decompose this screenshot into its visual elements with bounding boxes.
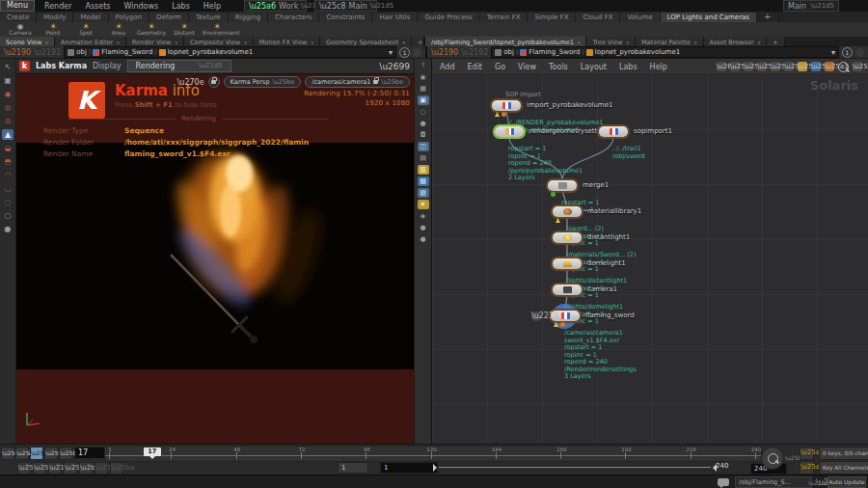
pin-icon[interactable] xyxy=(413,48,421,57)
breadcrumb[interactable]: obj〉Flaming_Sword〉lopnet_pyrobakevolume1… xyxy=(491,46,839,58)
dependency-icon[interactable]: \u25a7 xyxy=(784,62,794,71)
persp-icon[interactable]: ◈ xyxy=(418,211,429,221)
shelf-tab-simple-fx[interactable]: Simple FX xyxy=(528,13,576,22)
node-import_pyrobakevolume1[interactable]: SOP Importimport_pyrobakevolume1../../RE… xyxy=(492,100,521,111)
headlight-icon[interactable]: ○ xyxy=(418,107,429,117)
node-rendergeometrysettings1[interactable]: rendergeometrysettings1ropstart = 1ropin… xyxy=(495,126,524,137)
pane-tab-material-palette[interactable]: Material Palette▾ xyxy=(636,37,704,46)
snapshot-icon[interactable]: ▤ xyxy=(418,153,429,163)
background-icon[interactable]: ▨ xyxy=(418,188,429,198)
shelf-tool-area-light[interactable]: ☀Area Light xyxy=(104,22,133,37)
overview-map-icon[interactable]: \u25eb xyxy=(853,62,862,71)
history-badge[interactable]: 1 xyxy=(399,47,410,58)
node-body[interactable] xyxy=(553,285,582,295)
breadcrumb-item-obj[interactable]: obj xyxy=(68,48,87,56)
chevron-down-icon[interactable]: ▾ xyxy=(578,40,581,45)
snapshot-dot-icon[interactable] xyxy=(855,48,864,57)
range-start-field[interactable]: 1 xyxy=(380,462,438,474)
breadcrumb-item-lopnet_pyrobakevolume1[interactable]: lopnet_pyrobakevolume1 xyxy=(586,48,680,56)
key-all-channels-dropdown[interactable]: Key All Channels xyxy=(819,461,868,474)
current-path-field[interactable]: /obj/Flaming_S... xyxy=(735,476,812,488)
network-menu-go[interactable]: Go xyxy=(493,63,507,71)
edit-camera-icon[interactable]: \u270e xyxy=(177,78,204,87)
pane-tab-asset-browser[interactable]: Asset Browser▾ xyxy=(704,37,768,46)
shelf-tool-point-light[interactable]: ☀Point Light xyxy=(39,22,68,37)
playback-range-slider[interactable] xyxy=(439,467,711,468)
node-body[interactable] xyxy=(495,126,524,137)
snap-point-icon[interactable]: ◓ xyxy=(2,156,14,167)
menu-button[interactable]: Menu xyxy=(0,0,35,12)
quickplane-icon[interactable]: ● xyxy=(2,224,14,234)
back-icon[interactable]: \u2190 xyxy=(431,48,458,57)
shadows-icon[interactable]: ◘ xyxy=(418,130,429,140)
record-icon[interactable]: \u25ce xyxy=(64,462,77,474)
help-icon[interactable]: ? xyxy=(418,61,429,70)
view-selector-pill[interactable]: Karma Persp \u25be xyxy=(224,76,302,88)
network-menu-add[interactable]: Add xyxy=(438,63,457,71)
breadcrumb-item-lopnet_pyrobakevolume1[interactable]: lopnet_pyrobakevolume1 xyxy=(159,48,253,56)
node-body[interactable] xyxy=(553,232,582,243)
rotate-handle-icon[interactable]: ◎ xyxy=(2,102,14,113)
sticky-note-icon[interactable]: \u25a5 xyxy=(798,62,807,71)
key-options-icon[interactable]: \u25a5 xyxy=(800,461,814,474)
add-pane-tab-button[interactable]: + xyxy=(767,37,784,46)
pane-tab--obj-flaming-sword-lopnet-pyrobakevolume1[interactable]: /obj/Flaming_Sword/lopnet_pyrobakevolume… xyxy=(425,37,586,46)
breadcrumb-item-flaming_sword[interactable]: Flaming_Sword xyxy=(93,48,152,56)
node-distantlight1[interactable]: distantlight1/materials/Sword... (2)rops… xyxy=(553,232,582,243)
playhead-frame-flag[interactable]: 17 xyxy=(144,447,161,456)
node-body[interactable] xyxy=(548,180,577,191)
shelf-tab-polygon[interactable]: Polygon xyxy=(109,13,150,22)
shelf-tab-lop-lights-and-cameras[interactable]: LOP Lights and Cameras xyxy=(661,13,757,22)
wrench-icon[interactable]: \u2692 xyxy=(717,62,726,71)
lock-camera-icon[interactable]: ▣ xyxy=(418,95,429,105)
chevron-down-icon[interactable]: ▾ xyxy=(626,40,629,45)
go-start-button[interactable]: \u258e\u25c0 xyxy=(1,447,14,460)
collapse-icon[interactable]: \u2212 xyxy=(531,312,541,321)
network-menu-view[interactable]: View xyxy=(516,63,538,71)
realtime-toggle-icon[interactable]: \u25d4 xyxy=(33,462,46,474)
next-key-icon[interactable]: \u25ba xyxy=(110,462,123,474)
chevron-down-icon[interactable]: ▾ xyxy=(831,48,835,57)
lop-lights-icon[interactable]: ☀ xyxy=(418,200,429,209)
forward-icon[interactable]: \u2192 xyxy=(461,48,488,57)
network-menu-layout[interactable]: Layout xyxy=(579,63,609,71)
copy-keys-icon[interactable]: \u25a4 xyxy=(17,462,31,474)
chevron-down-icon[interactable]: ▾ xyxy=(175,40,177,45)
chevron-down-icon[interactable]: ▾ xyxy=(402,40,405,45)
network-canvas[interactable]: Solaris SOP Importimport_pyrobakevolume1… xyxy=(432,74,868,444)
menu-item-labs[interactable]: Labs xyxy=(170,2,192,11)
node-body[interactable] xyxy=(599,126,628,137)
select-tool-icon[interactable]: ↖ xyxy=(2,62,14,72)
network-menu-tools[interactable]: Tools xyxy=(547,63,570,71)
pane-tab-motion-fx-view[interactable]: Motion FX View▾ xyxy=(254,37,320,46)
scene-viewport[interactable]: k Labs Karma Display Rendering \u21d5 \u… xyxy=(16,59,414,444)
snap-grid-icon[interactable]: ◒ xyxy=(2,143,14,153)
message-bubble-icon[interactable] xyxy=(718,478,729,486)
breadcrumb[interactable]: obj〉Flaming_Sword〉lopnet_pyrobakevolume1… xyxy=(64,46,396,58)
gear-icon[interactable]: \u2699 xyxy=(379,62,410,71)
chevron-down-icon[interactable]: ▾ xyxy=(758,40,761,45)
list-view-icon[interactable]: \u25a4 xyxy=(771,62,780,71)
search-icon[interactable] xyxy=(838,62,849,72)
pane-tab-scene-view[interactable]: Scene View▾ xyxy=(0,37,55,46)
node-materiallibrary1[interactable]: materiallibrary1/sword... (2)ropstart = … xyxy=(553,206,582,217)
shelf-tab-hair-utils[interactable]: Hair Utils xyxy=(372,13,418,22)
menu-item-assets[interactable]: Assets xyxy=(83,2,112,11)
node-sopimport1[interactable]: sopimport1../../trail1/obj/sword xyxy=(599,126,628,137)
chevron-down-icon[interactable]: ▾ xyxy=(694,40,697,45)
chevron-down-icon[interactable]: ▾ xyxy=(311,40,313,45)
shelf-tab-volume[interactable]: Volume xyxy=(620,13,660,22)
display-label[interactable]: Display xyxy=(93,62,122,70)
back-icon[interactable]: \u2190 xyxy=(4,48,31,57)
shelf-tool-distant-light[interactable]: ☀Distant Light xyxy=(170,22,199,37)
network-editor[interactable]: AddEditGoViewToolsLayoutLabsHelp \u2692 … xyxy=(432,59,868,444)
breadcrumb-item-obj[interactable]: obj xyxy=(495,48,514,56)
dim-b-icon[interactable]: ● xyxy=(418,234,429,244)
play-backward-button[interactable]: \u25c0 xyxy=(15,447,29,460)
history-badge[interactable]: 1 xyxy=(842,47,853,58)
network-menu-help[interactable]: Help xyxy=(648,63,669,71)
shelf-tab-cloud-fx[interactable]: Cloud FX xyxy=(576,13,620,22)
chevron-down-icon[interactable]: ▾ xyxy=(117,40,120,45)
lock-icon[interactable] xyxy=(208,76,220,88)
pane-tab-composite-view[interactable]: Composite View▾ xyxy=(184,37,254,46)
